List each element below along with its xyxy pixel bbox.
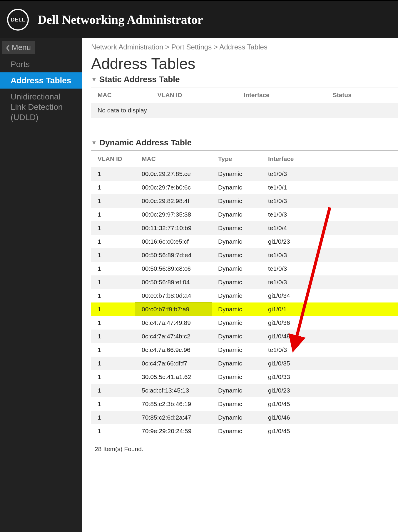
type-cell: Dynamic	[212, 370, 262, 384]
iface-cell: gi1/0/33	[262, 370, 398, 384]
mac-cell: 00:0c:29:97:35:38	[135, 208, 212, 221]
table-row[interactable]: 100:0c:29:97:35:38Dynamicte1/0/3	[91, 208, 398, 221]
iface-cell: te1/0/1	[262, 181, 398, 194]
dell-logo-text: DELL	[11, 17, 25, 23]
vlan-cell: 1	[91, 316, 135, 330]
table-row[interactable]: 100:c0:b7:f9:b7:a9Dynamicgi1/0/1	[91, 302, 398, 316]
column-header[interactable]: MAC	[135, 151, 212, 167]
iface-cell: te1/0/3	[262, 343, 398, 357]
vlan-cell: 1	[91, 357, 135, 370]
column-header[interactable]: MAC	[91, 87, 151, 103]
column-header[interactable]: Interface	[237, 87, 326, 103]
vlan-cell: 1	[91, 194, 135, 208]
iface-cell: te1/0/3	[262, 194, 398, 208]
column-header[interactable]: Type	[212, 151, 262, 167]
vlan-cell: 1	[91, 302, 135, 316]
dynamic-address-table: VLAN IDMACTypeInterface 100:0c:29:27:85:…	[91, 150, 398, 438]
type-cell: Dynamic	[212, 397, 262, 411]
vlan-cell: 1	[91, 275, 135, 289]
table-row[interactable]: 10c:c4:7a:66:df:f7Dynamicgi1/0/35	[91, 357, 398, 370]
iface-cell: te1/0/3	[262, 167, 398, 181]
static-address-section-header[interactable]: ▼ Static Address Table	[91, 75, 398, 87]
mac-cell: 00:50:56:89:c8:c6	[135, 262, 212, 275]
mac-cell: 00:11:32:77:10:b9	[135, 221, 212, 235]
iface-cell: gi1/0/35	[262, 357, 398, 370]
chevron-down-icon: ▼	[91, 139, 97, 146]
mac-cell: 00:50:56:89:7d:e4	[135, 248, 212, 262]
table-row[interactable]: 100:16:6c:c0:e5:cfDynamicgi1/0/23	[91, 235, 398, 248]
type-cell: Dynamic	[212, 262, 262, 275]
column-header[interactable]: VLAN ID	[151, 87, 238, 103]
menu-label: Menu	[12, 43, 31, 52]
column-header[interactable]: VLAN ID	[91, 151, 135, 167]
chevron-left-icon: ❮	[5, 44, 11, 51]
mac-cell: 70:85:c2:3b:46:19	[135, 397, 212, 411]
vlan-cell: 1	[91, 208, 135, 221]
type-cell: Dynamic	[212, 194, 262, 208]
type-cell: Dynamic	[212, 181, 262, 194]
type-cell: Dynamic	[212, 248, 262, 262]
type-cell: Dynamic	[212, 235, 262, 248]
menu-back-button[interactable]: ❮ Menu	[2, 41, 35, 54]
iface-cell: gi1/0/46	[262, 411, 398, 424]
table-row[interactable]: 10c:c4:7a:47:49:89Dynamicgi1/0/36	[91, 316, 398, 330]
sidebar-item-ports[interactable]: Ports	[0, 56, 82, 72]
column-header[interactable]: Status	[326, 87, 398, 103]
mac-cell: 70:9e:29:20:24:59	[135, 424, 212, 438]
type-cell: Dynamic	[212, 357, 262, 370]
mac-cell: 30:05:5c:41:a1:62	[135, 370, 212, 384]
mac-cell: 0c:c4:7a:66:df:f7	[135, 357, 212, 370]
page-title: Address Tables	[91, 55, 398, 72]
mac-cell: 00:c0:b7:b8:0d:a4	[135, 289, 212, 302]
iface-cell: gi1/0/45	[262, 424, 398, 438]
iface-cell: te1/0/4	[262, 221, 398, 235]
mac-cell: 00:50:56:89:ef:04	[135, 275, 212, 289]
top-bar: DELL Dell Networking Administrator	[0, 0, 398, 38]
mac-cell: 0c:c4:7a:47:4b:c2	[135, 330, 212, 343]
vlan-cell: 1	[91, 248, 135, 262]
sidebar-item-unidirectional-link-detection-udld[interactable]: Unidirectional Link Detection (UDLD)	[0, 89, 82, 125]
vlan-cell: 1	[91, 424, 135, 438]
table-row[interactable]: 100:c0:b7:b8:0d:a4Dynamicgi1/0/34	[91, 289, 398, 302]
table-row[interactable]: 170:85:c2:6d:2a:47Dynamicgi1/0/46	[91, 411, 398, 424]
table-row[interactable]: 15c:ad:cf:13:45:13Dynamicgi1/0/23	[91, 384, 398, 397]
vlan-cell: 1	[91, 181, 135, 194]
sidebar-item-address-tables[interactable]: Address Tables	[0, 72, 82, 89]
mac-cell: 00:c0:b7:f9:b7:a9	[135, 302, 212, 316]
dynamic-address-section-header[interactable]: ▼ Dynamic Address Table	[91, 138, 398, 150]
type-cell: Dynamic	[212, 411, 262, 424]
mac-cell: 00:0c:29:82:98:4f	[135, 194, 212, 208]
column-header[interactable]: Interface	[262, 151, 398, 167]
table-row[interactable]: 100:50:56:89:7d:e4Dynamicte1/0/3	[91, 248, 398, 262]
table-row[interactable]: 100:0c:29:27:85:ceDynamicte1/0/3	[91, 167, 398, 181]
type-cell: Dynamic	[212, 302, 262, 316]
type-cell: Dynamic	[212, 221, 262, 235]
table-row[interactable]: 100:11:32:77:10:b9Dynamicte1/0/4	[91, 221, 398, 235]
mac-cell: 5c:ad:cf:13:45:13	[135, 384, 212, 397]
vlan-cell: 1	[91, 235, 135, 248]
table-row[interactable]: 170:85:c2:3b:46:19Dynamicgi1/0/45	[91, 397, 398, 411]
mac-cell: 0c:c4:7a:66:9c:96	[135, 343, 212, 357]
table-row[interactable]: 100:50:56:89:ef:04Dynamicte1/0/3	[91, 275, 398, 289]
type-cell: Dynamic	[212, 424, 262, 438]
static-address-table: MACVLAN IDInterfaceStatus	[91, 87, 398, 103]
iface-cell: gi1/0/23	[262, 384, 398, 397]
table-row[interactable]: 100:50:56:89:c8:c6Dynamicte1/0/3	[91, 262, 398, 275]
mac-cell: 0c:c4:7a:47:49:89	[135, 316, 212, 330]
table-row[interactable]: 10c:c4:7a:66:9c:96Dynamicte1/0/3	[91, 343, 398, 357]
table-row[interactable]: 100:0c:29:82:98:4fDynamicte1/0/3	[91, 194, 398, 208]
type-cell: Dynamic	[212, 275, 262, 289]
type-cell: Dynamic	[212, 289, 262, 302]
table-row[interactable]: 130:05:5c:41:a1:62Dynamicgi1/0/33	[91, 370, 398, 384]
table-row[interactable]: 100:0c:29:7e:b0:6cDynamicte1/0/1	[91, 181, 398, 194]
vlan-cell: 1	[91, 343, 135, 357]
table-row[interactable]: 170:9e:29:20:24:59Dynamicgi1/0/45	[91, 424, 398, 438]
static-table-empty: No data to display	[91, 103, 398, 118]
type-cell: Dynamic	[212, 208, 262, 221]
vlan-cell: 1	[91, 411, 135, 424]
iface-cell: te1/0/3	[262, 275, 398, 289]
iface-cell: te1/0/3	[262, 248, 398, 262]
vlan-cell: 1	[91, 397, 135, 411]
chevron-down-icon: ▼	[91, 76, 97, 83]
table-row[interactable]: 10c:c4:7a:47:4b:c2Dynamicgi1/0/48	[91, 330, 398, 343]
